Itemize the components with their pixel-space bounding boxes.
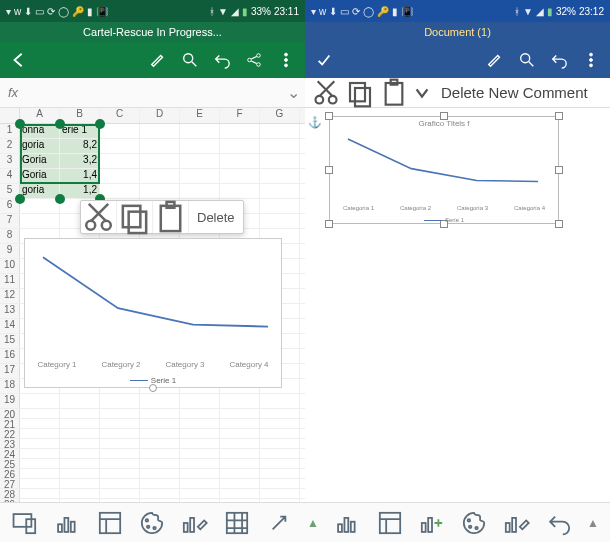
share-icon[interactable] [245, 51, 263, 69]
cell-icon: ◢ [231, 6, 239, 17]
resize-mr[interactable] [555, 166, 563, 174]
chart-categories: Category 1 Category 2 Category 3 Categor… [25, 360, 281, 369]
col-G[interactable]: G [260, 108, 300, 123]
resize-ml[interactable] [325, 166, 333, 174]
copy-button[interactable] [117, 201, 153, 233]
undo-icon[interactable] [550, 51, 568, 69]
svg-point-29 [146, 519, 149, 522]
device-icon[interactable] [11, 509, 39, 537]
svg-rect-25 [59, 524, 63, 532]
svg-point-17 [316, 95, 324, 103]
word-statusbar: ▾ w ⬇ ▭ ⟳ ◯ 🔑 ▮ 📳 ᚼ ▼ ◢ ▮ 32% 23:12 [305, 0, 610, 22]
w-icon: w [14, 6, 21, 17]
col-D[interactable]: D [140, 108, 180, 123]
svg-rect-37 [351, 521, 355, 531]
layout-icon[interactable] [96, 509, 124, 537]
svg-point-41 [468, 519, 471, 522]
wifi-icon: ▼ [523, 6, 533, 17]
formula-input[interactable] [26, 78, 281, 107]
wifi-icon: ▼ [218, 6, 228, 17]
chart-edit-icon[interactable] [180, 509, 208, 537]
grid-icon[interactable] [223, 509, 251, 537]
chevron-up-icon-2[interactable]: ▲ [587, 516, 599, 530]
word-app: ▾ w ⬇ ▭ ⟳ ◯ 🔑 ▮ 📳 ᚼ ▼ ◢ ▮ 32% 23:12 Docu… [305, 0, 610, 502]
cell-icon: ◢ [536, 6, 544, 17]
word-chart-object[interactable]: Grafico Titels f Categoria 1 Categoria 2… [329, 116, 559, 224]
refresh-icon: ⟳ [47, 6, 55, 17]
svg-point-6 [285, 64, 288, 67]
sel-handle-tr[interactable] [95, 119, 105, 129]
delete-button[interactable]: Delete [189, 210, 243, 225]
svg-rect-20 [355, 88, 370, 106]
svg-point-4 [285, 53, 288, 56]
svg-rect-9 [123, 205, 140, 226]
col-C[interactable]: C [100, 108, 140, 123]
col-F[interactable]: F [220, 108, 260, 123]
more-icon[interactable] [277, 51, 295, 69]
excel-title: Cartel-Rescue In Progress... [0, 22, 305, 42]
pen-icon[interactable] [149, 51, 167, 69]
word-content[interactable]: ⚓ Grafico Titels f [305, 108, 610, 502]
svg-point-42 [469, 525, 472, 528]
chart-bar-icon[interactable] [53, 509, 81, 537]
svg-point-1 [248, 58, 252, 62]
chart-bar-icon-2[interactable] [333, 509, 361, 537]
svg-rect-40 [428, 517, 432, 531]
excel-statusbar: ▾ w ⬇ ▭ ⟳ ◯ 🔑 ▮ 📳 ᚼ ▼ ◢ ▮ 33% 23:11 [0, 0, 305, 22]
clock: 23:11 [274, 6, 299, 17]
formula-bar: fx ⌄ [0, 78, 305, 108]
excel-chart[interactable]: Category 1 Category 2 Category 3 Categor… [24, 238, 282, 388]
svg-rect-35 [338, 524, 342, 532]
paste-dropdown[interactable] [413, 81, 431, 105]
undo-icon-2[interactable] [545, 509, 573, 537]
search-icon[interactable] [181, 51, 199, 69]
back-icon[interactable] [10, 51, 28, 69]
cut-button[interactable] [81, 201, 117, 233]
key-icon: 🔑 [72, 6, 84, 17]
card-icon: ▭ [340, 6, 349, 17]
delete-comment-button[interactable]: Delete New Comment [435, 84, 588, 101]
excel-content: A B C D E F G 1onnaerie 1 2goria8,2 3Gor… [0, 108, 305, 502]
clock: 23:12 [579, 6, 604, 17]
svg-point-16 [590, 64, 593, 67]
chevron-up-icon[interactable]: ▲ [307, 516, 319, 530]
undo-icon[interactable] [213, 51, 231, 69]
sel-handle-tc[interactable] [55, 119, 65, 129]
search-icon[interactable] [518, 51, 536, 69]
copy-button[interactable] [345, 81, 375, 105]
svg-rect-34 [226, 512, 246, 532]
layout-icon-2[interactable] [376, 509, 404, 537]
expand-icon[interactable] [265, 509, 293, 537]
check-icon[interactable] [315, 51, 333, 69]
sel-handle-bl[interactable] [15, 194, 25, 204]
vibrate-icon: 📳 [96, 6, 108, 17]
fx-label: fx [0, 85, 26, 100]
key-icon: 🔑 [377, 6, 389, 17]
paste-button[interactable] [153, 201, 189, 233]
excel-app: ▾ w ⬇ ▭ ⟳ ◯ 🔑 ▮ 📳 ᚼ ▼ ◢ ▮ 33% 23:11 Cart… [0, 0, 305, 502]
sel-handle-bc[interactable] [55, 194, 65, 204]
paste-button[interactable] [379, 81, 409, 105]
word-chart-title: Grafico Titels f [330, 119, 558, 128]
svg-rect-19 [350, 83, 365, 101]
svg-point-43 [475, 526, 478, 529]
more-icon[interactable] [582, 51, 600, 69]
col-B[interactable]: B [60, 108, 100, 123]
palette-icon[interactable] [138, 509, 166, 537]
bar-icon: ▮ [87, 6, 93, 17]
chart-add-icon[interactable] [418, 509, 446, 537]
col-E[interactable]: E [180, 108, 220, 123]
pen-icon[interactable] [486, 51, 504, 69]
battery-icon: ▮ [242, 6, 248, 17]
chart-drag-handle[interactable] [149, 384, 157, 392]
refresh-icon: ⟳ [352, 6, 360, 17]
col-A[interactable]: A [20, 108, 60, 123]
expand-icon[interactable]: ⌄ [281, 83, 305, 102]
sel-handle-tl[interactable] [15, 119, 25, 129]
bar-icon: ▮ [392, 6, 398, 17]
cut-button[interactable] [311, 81, 341, 105]
signal-icon: ▾ [311, 6, 316, 17]
chart-edit-icon-2[interactable] [502, 509, 530, 537]
palette-icon-2[interactable] [460, 509, 488, 537]
svg-rect-44 [506, 523, 510, 532]
